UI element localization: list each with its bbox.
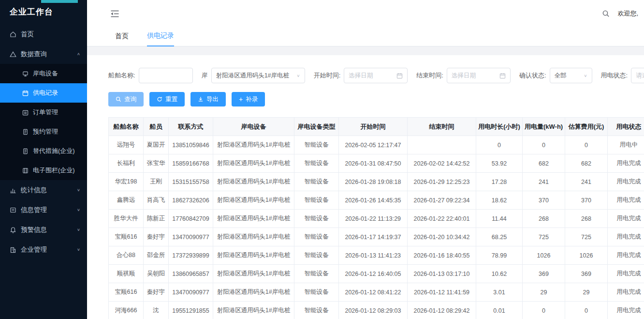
sidebar-item-statistics[interactable]: 统计信息 ∨ — [0, 180, 87, 200]
sidebar-item-alternative-measures[interactable]: 替代措施(企业) — [0, 141, 87, 161]
table-cell: 吴朝阳 — [144, 265, 169, 283]
sidebar-item-info-mgmt[interactable]: 信息管理 ∨ — [0, 200, 87, 220]
table-cell: 用电完成 — [608, 228, 644, 246]
reservation-icon — [22, 129, 29, 135]
sidebar: 企业工作台 首页 数据查询 ∧ 岸电设备 — [0, 0, 87, 319]
table-cell: 鑫腾远 — [109, 191, 144, 210]
table-cell: 射阳港区通用码头1#岸电桩 — [213, 302, 294, 319]
table-cell: 秦好宇 — [144, 283, 169, 302]
search-icon[interactable] — [602, 10, 610, 17]
column-header: 联系方式 — [169, 118, 213, 136]
power-status-placeholder: 请选择 — [636, 72, 644, 80]
table-cell: 1026 — [565, 246, 608, 265]
info-mgmt-icon — [10, 207, 16, 213]
table-row: 华宏198王刚15315155758射阳港区通用码头1#岸电桩智能设备2026-… — [109, 173, 644, 191]
sidebar-item-warning-info[interactable]: 预警信息 ∨ — [0, 220, 87, 240]
chevron-down-icon: ∨ — [296, 74, 300, 78]
content-divider — [87, 46, 644, 55]
column-header: 结束时间 — [408, 118, 476, 136]
table-cell: 725 — [523, 228, 565, 246]
export-button[interactable]: 导出 — [190, 92, 226, 106]
table-cell: 射阳港区通用码头1#岸电桩 — [213, 154, 294, 173]
app-title: 企业工作台 — [0, 0, 87, 24]
confirm-status-value: 全部 — [555, 72, 582, 80]
sidebar-item-reservation-mgmt[interactable]: 预约管理 — [0, 122, 87, 141]
table-cell: 2026-01-12 08:29:03 — [339, 302, 408, 319]
chevron-down-icon: ∨ — [77, 208, 80, 212]
table-cell: 华宏198 — [109, 173, 144, 191]
table-cell: 3.01 — [476, 283, 523, 302]
electronic-fence-icon — [22, 167, 29, 174]
order-icon — [22, 109, 29, 116]
app-window: 企业工作台 首页 数据查询 ∧ 岸电设备 — [0, 0, 644, 319]
table-cell: 宝顺616 — [109, 228, 144, 246]
confirm-status-label: 确认状态: — [519, 71, 546, 80]
table-cell: 智能设备 — [294, 210, 339, 228]
table-cell: 2026-01-22 11:13:29 — [339, 210, 408, 228]
table-cell: 宝顺616 — [109, 283, 144, 302]
table-cell: 射阳港区通用码头1#岸电桩 — [213, 246, 294, 265]
sidebar-item-data-query[interactable]: 数据查询 ∧ — [0, 44, 87, 64]
table-cell: 2026-02-02 14:42:52 — [408, 154, 476, 173]
calendar-icon — [499, 73, 506, 79]
sidebar-item-label: 订单管理 — [33, 108, 80, 117]
table-cell: 智能设备 — [294, 136, 339, 154]
table-cell: 0 — [565, 136, 608, 154]
table-cell: 射阳港区通用码头1#岸电桩 — [213, 228, 294, 246]
sidebar-item-power-records[interactable]: 供电记录 — [0, 83, 87, 103]
sidebar-item-enterprise-mgmt[interactable]: 企业管理 ∨ — [0, 240, 87, 259]
table-cell: 智能设备 — [294, 302, 339, 319]
table-row: 长福利张宝华15859166768射阳港区通用码头1#岸电桩智能设备2026-0… — [109, 154, 644, 173]
table-cell: 2026-01-28 19:08:18 — [339, 173, 408, 191]
table-cell: 2026-01-12 11:41:59 — [408, 283, 476, 302]
add-record-button[interactable]: + 补录 — [232, 92, 265, 106]
table-cell: 19551291855 — [169, 302, 213, 319]
records-table: 船舶名称船员联系方式岸电设备岸电设备类型开始时间结束时间用电时长(小时)用电量(… — [108, 117, 644, 319]
reset-button[interactable]: 重置 — [149, 92, 185, 106]
end-date-picker[interactable]: 选择日期 — [447, 68, 511, 83]
table-cell: 0 — [565, 302, 608, 319]
filter-confirm-status: 确认状态: 全部 ∨ — [519, 68, 592, 83]
tab-home[interactable]: 首页 — [115, 32, 129, 46]
table-header-row: 船舶名称船员联系方式岸电设备岸电设备类型开始时间结束时间用电时长(小时)用电量(… — [109, 118, 644, 136]
confirm-status-select[interactable]: 全部 ∨ — [550, 68, 592, 83]
tab-power-records[interactable]: 供电记录 — [147, 31, 174, 46]
sidebar-item-home[interactable]: 首页 — [0, 24, 87, 44]
filter-bar: 船舶名称: 岸 射阳港区通用码头1#岸电桩 ∨ 开始时间: 选择日期 — [108, 68, 644, 83]
table-cell: 智能设备 — [294, 246, 339, 265]
table-row: 合心88邵金所17372939899射阳港区通用码头1#岸电桩智能设备2026-… — [109, 246, 644, 265]
table-cell: 2026-01-31 08:47:50 — [339, 154, 408, 173]
table-cell: 射阳港区通用码头1#岸电桩 — [213, 191, 294, 210]
date-placeholder: 选择日期 — [349, 72, 395, 80]
ship-name-input[interactable] — [139, 68, 193, 83]
sidebar-item-label: 岸电设备 — [33, 69, 80, 78]
table-cell: 78.99 — [476, 246, 523, 265]
data-query-icon — [10, 51, 16, 58]
table-cell: 11.44 — [476, 210, 523, 228]
reset-button-label: 重置 — [165, 95, 177, 104]
table-cell: 河海666 — [109, 302, 144, 319]
table-cell: 1026 — [523, 246, 565, 265]
table-cell: 用电完成 — [608, 173, 644, 191]
start-date-picker[interactable]: 选择日期 — [344, 68, 408, 83]
table-row: 宝顺616秦好宇13470090977射阳港区通用码头1#岸电桩智能设备2026… — [109, 228, 644, 246]
sidebar-item-order-mgmt[interactable]: 订单管理 — [0, 103, 87, 122]
table-cell: 369 — [565, 265, 608, 283]
sidebar-item-shore-device[interactable]: 岸电设备 — [0, 64, 87, 83]
sidebar-submenu: 岸电设备 供电记录 订单管理 — [0, 64, 87, 180]
sidebar-menu: 首页 数据查询 ∧ 岸电设备 — [0, 24, 87, 259]
table-cell: 241 — [523, 173, 565, 191]
search-icon — [116, 96, 121, 102]
collapse-sidebar-icon[interactable] — [110, 10, 119, 18]
device-select[interactable]: 射阳港区通用码头1#岸电桩 ∨ — [211, 68, 305, 83]
query-button[interactable]: 查询 — [108, 92, 144, 106]
warning-info-icon — [10, 227, 16, 233]
sidebar-item-electronic-fence[interactable]: 电子围栏(企业) — [0, 161, 87, 180]
topbar-right: 欢迎您, — [602, 9, 639, 18]
column-header: 用电量(kW-h) — [523, 118, 565, 136]
table-body: 远翔号夏国开13851059846射阳港区通用码头1#岸电桩智能设备2026-0… — [109, 136, 644, 319]
sidebar-item-label: 替代措施(企业) — [33, 147, 80, 155]
end-time-label: 结束时间: — [416, 71, 443, 80]
power-status-select[interactable]: 请选择 ∨ — [631, 68, 644, 83]
table-cell: 顺祺顺 — [109, 265, 144, 283]
